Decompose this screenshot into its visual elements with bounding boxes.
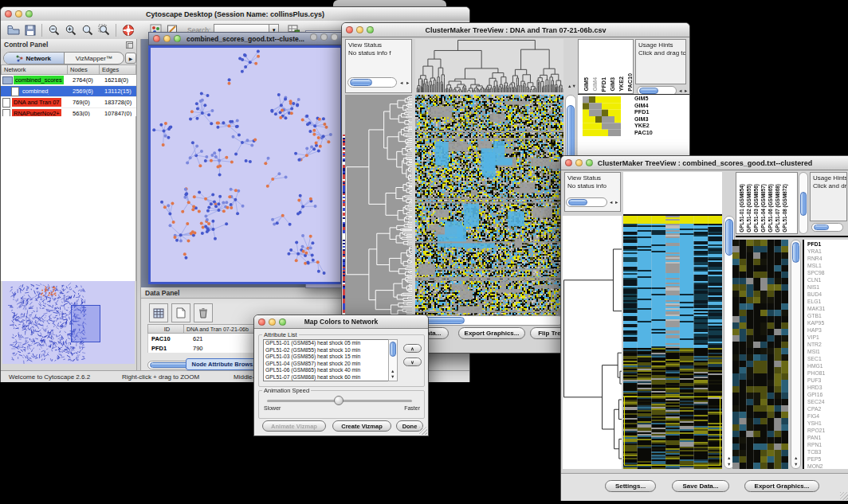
heatmap-column-label[interactable]: GPL51-08 (GSM872) bbox=[782, 184, 788, 232]
zoom-selected-icon[interactable] bbox=[96, 23, 112, 37]
minimize-icon[interactable] bbox=[163, 35, 171, 42]
gene-label[interactable]: SEC1 bbox=[807, 355, 848, 362]
gene-label[interactable]: PEP5 bbox=[807, 455, 848, 463]
column-labels-vscrollbar[interactable] bbox=[799, 172, 808, 234]
attribute-list-item[interactable]: GPL51-06 (GSM865) heat shock 40 min bbox=[265, 367, 388, 374]
heatmap-canvas[interactable] bbox=[623, 216, 722, 469]
gene-label[interactable]: MSL1 bbox=[807, 262, 848, 269]
attribute-list-item[interactable]: GPL51-02 (GSM855) heat shock 10 min bbox=[265, 347, 388, 354]
view-status-hscrollbar[interactable] bbox=[347, 77, 397, 88]
gene-label[interactable]: NIS1 bbox=[807, 283, 848, 291]
scroll-down-icon[interactable]: ▼ bbox=[391, 374, 395, 379]
close-icon[interactable] bbox=[310, 33, 317, 41]
column-dendrogram-canvas[interactable] bbox=[415, 39, 563, 92]
view-status-hscrollbar[interactable] bbox=[566, 197, 607, 207]
row-dendrogram-canvas[interactable] bbox=[563, 216, 622, 469]
scroll-up-icon[interactable]: ▲ bbox=[727, 455, 731, 460]
gene-label[interactable]: VIP1 bbox=[807, 334, 848, 341]
heatmap-column-label[interactable]: GPL51-03 (GSM856) bbox=[753, 184, 760, 232]
scroll-right-icon[interactable]: ► bbox=[406, 80, 410, 85]
attribute-list-vscrollbar[interactable]: ▲ ▼ bbox=[388, 339, 398, 381]
heatmap-column-label[interactable]: GPL51-07 (GSM868) bbox=[775, 184, 781, 232]
heatmap-column-label[interactable]: GPL51-02 (GSM855) bbox=[746, 184, 752, 232]
resize-grip[interactable] bbox=[840, 492, 848, 500]
gene-label[interactable]: ELG1 bbox=[807, 298, 848, 305]
zoom-window-icon[interactable] bbox=[586, 159, 593, 166]
gene-label[interactable]: PAN1 bbox=[807, 434, 848, 441]
data-col-id[interactable]: ID bbox=[147, 324, 184, 334]
gene-label[interactable]: CPA2 bbox=[807, 405, 848, 412]
gene-label[interactable]: TCB3 bbox=[807, 448, 848, 455]
gene-label[interactable]: RPO21 bbox=[807, 427, 848, 434]
zoom-window-icon[interactable] bbox=[331, 33, 338, 41]
close-icon[interactable] bbox=[153, 35, 160, 42]
main-titlebar[interactable]: Cytoscape Desktop (Session Name: collins… bbox=[1, 7, 469, 21]
detail-row-label[interactable]: PAC10 bbox=[634, 130, 653, 137]
speed-slider-thumb[interactable] bbox=[334, 396, 344, 405]
scroll-up-icon[interactable]: ▲ bbox=[794, 455, 798, 460]
gene-label[interactable]: RNR4 bbox=[807, 255, 848, 262]
move-down-button[interactable]: ∨ bbox=[403, 357, 422, 366]
network-canvas[interactable] bbox=[151, 48, 340, 282]
animate-vizmap-button[interactable]: Animate Vizmap bbox=[262, 420, 326, 432]
scroll-down-icon[interactable]: ▼ bbox=[794, 462, 798, 467]
detail-heatmap-canvas[interactable] bbox=[732, 240, 788, 469]
scroll-right-icon[interactable]: ► bbox=[684, 88, 688, 93]
scroll-down-icon[interactable]: ▼ bbox=[727, 462, 731, 467]
scroll-up-icon[interactable]: ▲▼ bbox=[567, 84, 576, 88]
heatmap-column-label[interactable]: GPL51-04 (GSM857) bbox=[760, 184, 767, 232]
zoom-window-icon[interactable] bbox=[367, 26, 374, 33]
minimize-icon[interactable] bbox=[269, 318, 276, 326]
scroll-up-icon[interactable]: ▲ bbox=[391, 369, 395, 373]
close-icon[interactable] bbox=[258, 318, 265, 326]
birdseye-view-canvas[interactable] bbox=[2, 281, 135, 364]
tab-network[interactable]: Network bbox=[4, 53, 65, 64]
gene-label[interactable]: YSH1 bbox=[807, 420, 848, 427]
window-controls[interactable] bbox=[1, 10, 37, 18]
gene-label[interactable]: CLN1 bbox=[807, 276, 848, 283]
col-network[interactable]: Network bbox=[1, 64, 68, 75]
gene-label[interactable]: GTB1 bbox=[807, 312, 848, 319]
treeview-hscrollbar[interactable] bbox=[415, 315, 563, 326]
heatmap-column-label[interactable]: GIM3 bbox=[609, 77, 616, 92]
usage-hints-hscrollbar[interactable] bbox=[811, 223, 843, 232]
close-icon[interactable] bbox=[5, 10, 12, 18]
export-graphics-button[interactable]: Export Graphics... bbox=[744, 480, 819, 492]
heatmap-column-label[interactable]: PAC10 bbox=[626, 73, 634, 92]
gene-label[interactable]: HRD3 bbox=[807, 384, 848, 391]
attribute-list-item[interactable]: GPL51-03 (GSM856) heat shock 15 min bbox=[265, 354, 388, 361]
tabs-more-button[interactable]: ▶ bbox=[125, 53, 136, 64]
col-nodes[interactable]: Nodes bbox=[68, 64, 100, 75]
attribute-list-item[interactable]: GPL51-07 (GSM868) heat shock 60 min bbox=[265, 374, 388, 381]
gene-label[interactable]: NTR2 bbox=[807, 341, 848, 348]
tab-node-attribute-browser[interactable]: Node Attribute Brows... bbox=[186, 358, 264, 370]
save-data-button[interactable]: Save Data... bbox=[672, 480, 729, 492]
gene-label[interactable]: SEC24 bbox=[807, 398, 848, 405]
network-list-item[interactable]: DNA and Tran 07769(0)183728(0) bbox=[1, 97, 136, 108]
scroll-left-icon[interactable]: ◄ bbox=[678, 88, 682, 93]
zoom-window-icon[interactable] bbox=[279, 318, 286, 326]
close-icon[interactable] bbox=[346, 26, 353, 33]
gene-label[interactable]: GPI16 bbox=[807, 391, 848, 398]
zoom-fit-icon[interactable] bbox=[79, 23, 96, 37]
col-edges[interactable]: Edges bbox=[100, 64, 136, 75]
move-up-button[interactable]: ∧ bbox=[403, 344, 422, 353]
gene-label[interactable]: BUD4 bbox=[807, 291, 848, 298]
close-icon[interactable] bbox=[565, 159, 572, 166]
gene-label[interactable]: HAP3 bbox=[807, 326, 848, 334]
network-list-item[interactable]: combined_sco2569(6)13112(15) bbox=[1, 86, 136, 97]
select-attributes-icon[interactable] bbox=[149, 303, 168, 322]
heatmap-column-label[interactable]: PFD1 bbox=[600, 77, 607, 92]
export-graphics-button[interactable]: Export Graphics... bbox=[458, 327, 525, 339]
gene-label[interactable]: FIG4 bbox=[807, 412, 848, 420]
network-list-item[interactable]: combined_scores2764(0)16218(0) bbox=[1, 75, 136, 86]
open-icon[interactable] bbox=[5, 23, 22, 37]
create-vizmap-button[interactable]: Create Vizmap bbox=[332, 420, 391, 432]
detail-vscrollbar[interactable]: ▲ ▼ bbox=[791, 240, 801, 469]
zoom-window-icon[interactable] bbox=[174, 35, 181, 42]
delete-attribute-icon[interactable] bbox=[194, 303, 213, 322]
gene-label[interactable]: MON2 bbox=[807, 463, 848, 469]
attribute-list-item[interactable]: GPL51-01 (GSM854) heat shock 05 min bbox=[265, 340, 388, 347]
zoom-in-icon[interactable] bbox=[62, 23, 79, 37]
attribute-listbox[interactable]: GPL51-01 (GSM854) heat shock 05 minGPL51… bbox=[263, 339, 389, 381]
